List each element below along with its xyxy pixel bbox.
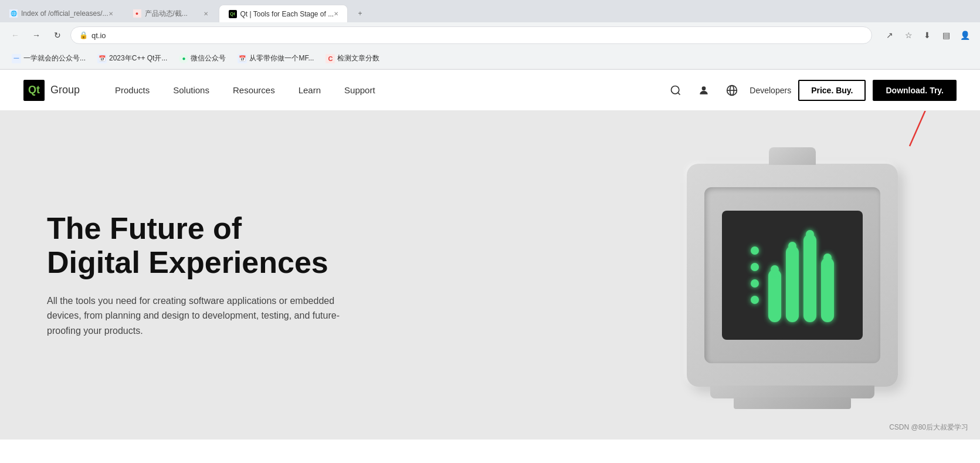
hero-content: The Future of Digital Experiences All th… <box>0 177 411 373</box>
device-illustration <box>687 164 898 387</box>
screen-dot-3 <box>751 279 759 288</box>
tab-bar: 🌐 Index of /official_releases/... ✕ ● 产品… <box>0 0 980 22</box>
screen-dot-2 <box>751 263 759 271</box>
lock-icon: 🔒 <box>79 31 88 39</box>
bookmark-1-label: 一学就会的公众号... <box>23 53 86 63</box>
language-button[interactable] <box>721 80 742 101</box>
developers-link[interactable]: Developers <box>750 86 791 95</box>
bookmark-4-label: 从零带你做一个MF... <box>249 53 314 63</box>
hero-title: The Future of Digital Experiences <box>47 212 364 279</box>
bookmark-5-icon: C <box>325 54 335 63</box>
screen-dot-4 <box>751 296 759 304</box>
tab-2-favicon: ● <box>133 9 141 18</box>
bookmark-1[interactable]: 一 一学就会的公众号... <box>7 52 90 65</box>
qt-logo[interactable]: Qt Group <box>23 80 80 101</box>
nav-solutions[interactable]: Solutions <box>161 70 221 111</box>
svg-point-0 <box>672 86 679 93</box>
qt-logo-box: Qt <box>23 80 45 101</box>
browser-actions: ↗ ☆ ⬇ ▤ 👤 <box>881 27 973 43</box>
browser-chrome: 🌐 Index of /official_releases/... ✕ ● 产品… <box>0 0 980 70</box>
bookmark-5[interactable]: C 检测文章分数 <box>321 52 384 65</box>
hero-title-line1: The Future of <box>47 211 242 245</box>
forward-button[interactable]: → <box>28 27 45 43</box>
tab-3-label: Qt | Tools for Each Stage of ... <box>240 10 334 18</box>
bookmark-button[interactable]: ☆ <box>900 27 917 43</box>
tab-4[interactable]: + <box>349 5 370 22</box>
tab-1-label: Index of /official_releases/... <box>21 9 108 18</box>
screen-bar-4 <box>821 258 834 322</box>
header-right: Developers Price. Buy. Download. Try. <box>665 80 957 101</box>
nav-resources[interactable]: Resources <box>221 70 287 111</box>
bookmarks-bar: 一 一学就会的公众号... 📅 2023年C++ Qt开... ● 微信公众号 … <box>0 48 980 69</box>
device-foot <box>734 397 851 409</box>
profile-button[interactable]: 👤 <box>957 27 973 43</box>
address-bar-row: ← → ↻ 🔒 qt.io ↗ ☆ ⬇ ▤ 👤 <box>0 22 980 48</box>
hero-visual <box>652 134 933 416</box>
bookmark-1-icon: 一 <box>12 54 21 63</box>
address-bar[interactable]: 🔒 qt.io <box>70 26 872 44</box>
nav-learn[interactable]: Learn <box>287 70 333 111</box>
bookmark-4-icon: 📅 <box>238 54 247 63</box>
tab-3-favicon: Qt <box>229 10 237 18</box>
tab-4-label: + <box>358 9 362 18</box>
sidebar-button[interactable]: ▤ <box>938 27 954 43</box>
tab-2[interactable]: ● 产品动态/截... ✕ <box>124 5 218 22</box>
screen-dots-left <box>751 246 759 304</box>
tab-2-close[interactable]: ✕ <box>204 11 208 17</box>
screen-bar-4-dot <box>823 254 832 262</box>
address-text: qt.io <box>91 31 106 40</box>
screen-bars <box>768 228 834 322</box>
hero-title-line2: Digital Experiences <box>47 245 328 279</box>
svg-line-7 <box>910 111 954 146</box>
device-handle <box>769 147 816 165</box>
tab-2-label: 产品动态/截... <box>145 9 188 19</box>
download-button[interactable]: ⬇ <box>919 27 935 43</box>
screen-bar-1-dot <box>771 265 779 273</box>
device-inner <box>704 187 880 363</box>
device-base <box>710 386 874 398</box>
bookmark-2-label: 2023年C++ Qt开... <box>109 53 167 63</box>
reload-button[interactable]: ↻ <box>49 27 66 43</box>
bookmark-3-icon: ● <box>179 54 188 63</box>
bookmark-3-label: 微信公众号 <box>191 53 226 63</box>
hero-section: The Future of Digital Experiences All th… <box>0 111 980 440</box>
tab-1[interactable]: 🌐 Index of /official_releases/... ✕ <box>0 5 123 22</box>
bookmark-4[interactable]: 📅 从零带你做一个MF... <box>233 52 318 65</box>
nav-support[interactable]: Support <box>333 70 387 111</box>
screen-bar-1 <box>768 269 781 322</box>
svg-point-2 <box>702 86 706 90</box>
screen-bar-2-dot <box>788 242 796 250</box>
account-button[interactable] <box>693 80 714 101</box>
bookmark-3[interactable]: ● 微信公众号 <box>174 52 230 65</box>
bookmark-5-label: 检测文章分数 <box>337 53 379 63</box>
tab-1-favicon: 🌐 <box>9 9 18 18</box>
hero-description: All the tools you need for creating soft… <box>47 293 364 339</box>
tab-3-close[interactable]: ✕ <box>334 11 338 17</box>
tab-1-close[interactable]: ✕ <box>108 11 113 17</box>
download-button[interactable]: Download. Try. <box>873 80 957 101</box>
share-button[interactable]: ↗ <box>881 27 898 43</box>
site-header: Qt Group Products Solutions Resources Le… <box>0 70 980 111</box>
watermark: CSDN @80后大叔爱学习 <box>889 423 968 432</box>
screen-bar-3-dot <box>806 230 814 238</box>
search-button[interactable] <box>665 80 686 101</box>
globe-icon <box>726 85 738 96</box>
user-icon <box>698 85 710 96</box>
search-icon <box>670 85 681 96</box>
screen-bar-2 <box>786 246 799 322</box>
screen-dot-1 <box>751 246 759 255</box>
svg-line-1 <box>678 92 680 94</box>
main-nav: Products Solutions Resources Learn Suppo… <box>103 70 387 111</box>
back-button[interactable]: ← <box>7 27 23 43</box>
qt-logo-group-text: Group <box>50 84 80 96</box>
nav-products[interactable]: Products <box>103 70 161 111</box>
price-button[interactable]: Price. Buy. <box>798 80 866 101</box>
bookmark-2-icon: 📅 <box>97 54 107 63</box>
screen-bar-3 <box>803 234 816 322</box>
device-screen <box>722 211 863 340</box>
tab-3[interactable]: Qt Qt | Tools for Each Stage of ... ✕ <box>219 5 348 22</box>
bookmark-2[interactable]: 📅 2023年C++ Qt开... <box>93 52 172 65</box>
